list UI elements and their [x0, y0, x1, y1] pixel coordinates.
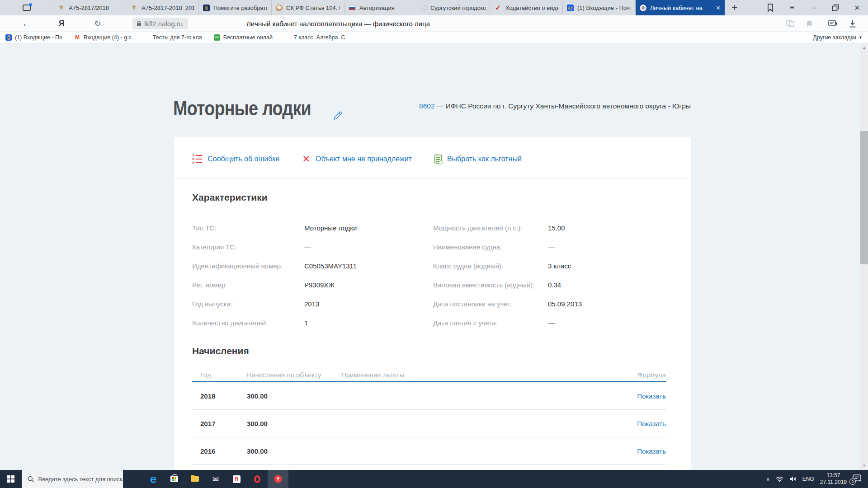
- edge-app-icon[interactable]: e: [143, 470, 164, 488]
- tab-label: Личный кабинет на: [650, 5, 710, 11]
- collections-faint-icon[interactable]: [783, 15, 797, 32]
- tray-chevron-icon[interactable]: ∧: [766, 476, 770, 482]
- yandex-search-icon[interactable]: Я: [53, 15, 70, 32]
- tab-label: Сургутский городской: [430, 5, 486, 11]
- not-mine-button[interactable]: ✕ Объект мне не принадлежит: [302, 154, 412, 164]
- field-row: Год выпуска:2013: [192, 294, 433, 313]
- field-label: Рег. номер:: [192, 281, 304, 289]
- bookmark-label: 7 класс. Алгебра. С: [294, 34, 345, 41]
- tab-label: СК РФ Статья 104. Спо: [286, 5, 340, 11]
- scrollbar[interactable]: ▲ ▼: [860, 43, 868, 470]
- field-row: Количество двигателей:1: [192, 313, 433, 332]
- omnibox-page-title[interactable]: Личный кабинет налогоплательщика — физич…: [246, 15, 430, 32]
- yandex-browser-app-icon[interactable]: Y: [268, 470, 288, 488]
- bookmark-flag-icon[interactable]: [760, 0, 781, 15]
- refresh-icon[interactable]: ↻: [90, 15, 106, 32]
- bookmark-label: Тесты для 7-го кла: [153, 34, 202, 41]
- show-formula-link[interactable]: Показать: [637, 447, 666, 455]
- field-row: Рег. номер:Р9309ХЖ: [192, 275, 433, 294]
- field-label: Дата постановки на учет:: [433, 300, 548, 308]
- bookmark-faint-icon[interactable]: [802, 15, 816, 32]
- url-text: lkfl2.nalog.ru: [144, 20, 183, 28]
- close-window-icon[interactable]: ✕: [846, 0, 868, 15]
- pinwheel-icon: [284, 34, 291, 41]
- show-formula-link[interactable]: Показать: [637, 392, 666, 400]
- scroll-up-icon[interactable]: ▲: [860, 46, 868, 50]
- scrollbar-thumb[interactable]: [860, 131, 868, 264]
- field-value: —: [304, 243, 311, 251]
- tab-surgut-court[interactable]: Сургутский городской: [417, 0, 490, 15]
- explorer-app-icon[interactable]: [184, 470, 205, 488]
- back-icon[interactable]: ←: [18, 15, 34, 32]
- bookmark-label: Бесплатные онлай: [223, 34, 273, 41]
- tab-sk-rf[interactable]: СК РФ Статья 104. Спо: [272, 0, 344, 15]
- inspection-name: — ИФНС России по г. Сургуту Ханты-Мансий…: [435, 102, 691, 110]
- tab-a75-2817[interactable]: ⚜ А75-2817/2018: [53, 0, 126, 15]
- col-formula: Формула: [637, 371, 666, 379]
- tab-lk-nalog-active[interactable]: Личный кабинет на ✕: [636, 0, 725, 15]
- bookmark-gmail[interactable]: M Входящие (4) - g.c: [74, 34, 132, 41]
- bookmark-mail-inbox[interactable]: @ (1) Входящие - По: [5, 34, 62, 41]
- yandex-app-icon[interactable]: Я: [226, 470, 247, 488]
- field-row: Дата постановки на учет:05.09.2013: [433, 294, 674, 313]
- benefit-doc-icon: [434, 155, 442, 164]
- menu-icon[interactable]: ≡: [781, 0, 803, 15]
- field-row: Наименование судна:—: [433, 237, 674, 256]
- taskbar-clock[interactable]: 13:57 27.11.2019: [820, 472, 847, 486]
- cell-year: 2016: [192, 447, 247, 455]
- field-row: Категория ТС:—: [192, 237, 433, 256]
- language-indicator[interactable]: ENG: [802, 476, 814, 482]
- notification-badge: 2: [849, 479, 856, 485]
- new-tab-button[interactable]: +: [725, 0, 745, 15]
- green-book-icon: [214, 34, 220, 41]
- page-content: Моторные лодки 8602 — ИФНС России по г. …: [0, 43, 868, 470]
- tab-mail-inbox[interactable]: @ (1) Входящие - Почта: [563, 0, 636, 15]
- edge-icon: e: [150, 473, 156, 485]
- select-benefit-button[interactable]: Выбрать как льготный: [434, 155, 522, 164]
- url-chip[interactable]: lkfl2.nalog.ru: [132, 18, 188, 29]
- tab-forum[interactable]: § Помогите разобраться: [199, 0, 272, 15]
- bookmark-label: Входящие (4) - g.c: [84, 34, 132, 41]
- minimize-icon[interactable]: –: [803, 0, 825, 15]
- tab-petition[interactable]: ✓ Ходатайство о видеок: [490, 0, 563, 15]
- bookmark-tests[interactable]: Тесты для 7-го кла: [143, 34, 202, 41]
- tab-a75-2817-file[interactable]: ⚜ А75-2817-2018_20191: [126, 0, 199, 15]
- scroll-down-icon[interactable]: ▼: [860, 464, 868, 468]
- browser-tab-bar: ⚜ А75-2817/2018 ⚜ А75-2817-2018_20191 § …: [0, 0, 868, 15]
- tab-auth[interactable]: Авторизация: [344, 0, 417, 15]
- bookmark-algebra[interactable]: 7 класс. Алгебра. С: [284, 34, 345, 41]
- inspection-code-link[interactable]: 8602: [419, 102, 434, 110]
- report-error-button[interactable]: ××× Сообщить об ошибке: [192, 155, 279, 164]
- tab-label: Ходатайство о видеок: [505, 5, 558, 11]
- inspection-info: 8602 — ИФНС России по г. Сургуту Ханты-М…: [419, 102, 691, 110]
- sidebar-panel-icon[interactable]: [825, 15, 841, 32]
- tab-close-icon[interactable]: ✕: [716, 5, 721, 11]
- taskbar-search-box[interactable]: Введите здесь текст для поиска: [22, 470, 123, 488]
- restore-icon[interactable]: [825, 0, 846, 15]
- screen: ⚜ А75-2817/2018 ⚜ А75-2817-2018_20191 § …: [0, 0, 868, 488]
- address-bar: ← Я ↻ lkfl2.nalog.ru Личный кабинет нало…: [0, 15, 868, 32]
- window-controls: ≡ – ✕: [760, 0, 868, 15]
- speaker-icon[interactable]: [789, 476, 797, 482]
- loading-spinner-icon: [420, 4, 428, 12]
- start-button[interactable]: [0, 470, 22, 488]
- field-label: Тип ТС:: [192, 224, 304, 232]
- download-icon[interactable]: [844, 15, 861, 32]
- other-bookmarks-button[interactable]: Другие закладки ▼: [813, 34, 863, 41]
- edit-pencil-icon[interactable]: [332, 110, 343, 123]
- show-formula-link[interactable]: Показать: [637, 420, 666, 427]
- mailru-icon: @: [5, 34, 12, 41]
- store-app-icon[interactable]: [164, 470, 184, 488]
- field-row: Тип ТС:Моторные лодки: [192, 218, 433, 237]
- error-list-icon: ×××: [192, 155, 202, 164]
- mail-app-icon[interactable]: ✉: [205, 470, 226, 488]
- table-row: 2016 300.00 Показать: [192, 437, 666, 465]
- opera-app-icon[interactable]: [247, 470, 268, 488]
- accruals-heading: Начисления: [192, 346, 249, 357]
- accruals-table: Год Начисления по объекту Применение льг…: [192, 368, 666, 465]
- tab-panels-button[interactable]: [0, 0, 53, 15]
- bookmark-online[interactable]: Бесплатные онлай: [214, 34, 273, 41]
- wifi-icon[interactable]: [776, 476, 783, 482]
- action-center-icon[interactable]: 2: [853, 474, 863, 483]
- field-label: Количество двигателей:: [192, 319, 304, 327]
